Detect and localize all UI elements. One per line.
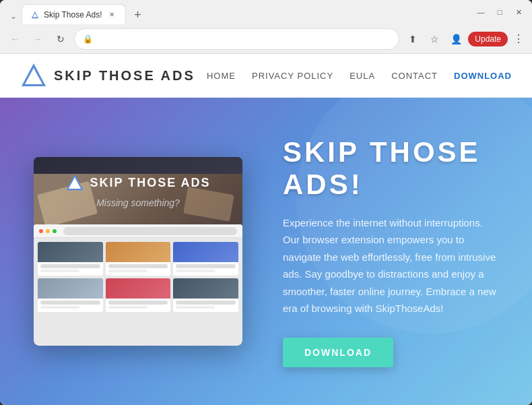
- nav-home[interactable]: Home: [207, 71, 236, 81]
- web-card-text-1: [40, 264, 100, 268]
- navigation-bar: ← → ↻ 🔒 ⬆ ☆ 👤 Update ⋮: [0, 24, 532, 54]
- hero-text: SKIP THOSE ADS! Experience the internet …: [283, 136, 498, 367]
- screenshot-card: SKIP THOSE ADS Missing something?: [34, 157, 242, 346]
- web-url-bar: [63, 227, 237, 235]
- web-card-text-5: [108, 301, 168, 305]
- lock-icon: 🔒: [83, 34, 93, 44]
- refresh-button[interactable]: ↻: [51, 30, 70, 49]
- web-card-5: [106, 278, 171, 312]
- back-button[interactable]: ←: [5, 30, 24, 49]
- website-content: SKIP THOSE ADS Home Privacy Policy EULA …: [0, 54, 532, 405]
- nav-privacy[interactable]: Privacy Policy: [252, 71, 333, 81]
- screenshot-logo-text: SKIP THOSE ADS: [90, 176, 210, 190]
- web-card-text2-5: [108, 306, 147, 309]
- forward-button[interactable]: →: [28, 30, 47, 49]
- logo-text: SKIP THOSE ADS: [54, 68, 195, 84]
- hero-download-button[interactable]: DOWNLOAD: [283, 338, 393, 367]
- web-card-6: [173, 278, 238, 312]
- browser-window: ⌄ Skip Those Ads! ✕ + — □ ✕ ← → ↻: [0, 0, 532, 405]
- hero-description: Experience the internet without interrup…: [283, 214, 498, 317]
- close-button[interactable]: ✕: [510, 4, 527, 20]
- bookmark-button[interactable]: ☆: [425, 30, 444, 49]
- hero-section: SKIP THOSE ADS Missing something?: [0, 98, 532, 405]
- web-card-image-1: [38, 242, 103, 262]
- web-card-2: [106, 242, 171, 276]
- tab-favicon: [30, 10, 40, 20]
- active-tab[interactable]: Skip Those Ads! ✕: [22, 4, 126, 24]
- screenshot-web-mockup: [34, 224, 242, 346]
- web-card-image-3: [173, 242, 238, 262]
- web-card-text2-1: [40, 270, 79, 272]
- address-bar[interactable]: 🔒: [74, 28, 399, 50]
- screenshot-subtitle: Missing something?: [96, 197, 180, 208]
- browser-menu-button[interactable]: ⋮: [510, 31, 527, 47]
- web-card-4: [38, 278, 103, 312]
- site-logo[interactable]: SKIP THOSE ADS: [20, 62, 195, 89]
- web-card-image-5: [106, 278, 171, 299]
- site-header: SKIP THOSE ADS Home Privacy Policy EULA …: [0, 54, 532, 98]
- web-card-text-3: [176, 264, 236, 268]
- web-card-text-4: [40, 301, 100, 305]
- share-button[interactable]: ⬆: [403, 30, 422, 49]
- new-tab-button[interactable]: +: [129, 5, 147, 24]
- title-bar: ⌄ Skip Those Ads! ✕ + — □ ✕: [0, 0, 532, 24]
- update-button[interactable]: Update: [468, 32, 508, 46]
- profile-button[interactable]: 👤: [446, 30, 465, 49]
- site-navigation: Home Privacy Policy EULA Contact DOWNLOA…: [207, 71, 512, 81]
- window-controls: — □ ✕: [473, 4, 527, 20]
- nav-actions: ⬆ ☆ 👤 Update ⋮: [403, 30, 527, 49]
- nav-eula[interactable]: EULA: [350, 71, 375, 81]
- screenshot-overlay: SKIP THOSE ADS Missing something?: [34, 157, 242, 224]
- web-card-text2-6: [176, 306, 215, 309]
- minimize-button[interactable]: —: [473, 4, 489, 20]
- web-dot-green: [53, 229, 57, 233]
- screenshot-logo: SKIP THOSE ADS: [65, 173, 210, 192]
- web-card-text2-3: [176, 270, 215, 272]
- logo-triangle-icon: [20, 62, 47, 89]
- web-card-text2-2: [108, 270, 147, 272]
- tab-close-button[interactable]: ✕: [106, 9, 117, 20]
- web-card-3: [173, 242, 238, 276]
- screenshot-web-bar: [34, 224, 242, 238]
- web-card-image-4: [38, 278, 103, 299]
- web-card-text-6: [176, 301, 236, 305]
- screenshot-logo-icon: [65, 173, 84, 192]
- web-card-text-2: [108, 264, 168, 268]
- nav-contact[interactable]: Contact: [391, 71, 438, 81]
- web-card-text2-4: [40, 306, 79, 309]
- nav-download[interactable]: DOWNLOAD: [454, 71, 512, 81]
- web-content-grid: [34, 238, 242, 316]
- hero-title: SKIP THOSE ADS!: [283, 136, 498, 201]
- tab-title: Skip Those Ads!: [44, 10, 102, 20]
- maximize-button[interactable]: □: [492, 4, 508, 20]
- web-card-1: [38, 242, 103, 276]
- tab-list-chevron[interactable]: ⌄: [5, 8, 22, 24]
- web-card-image-6: [173, 278, 238, 299]
- web-dot-yellow: [46, 229, 50, 233]
- tab-bar: ⌄ Skip Those Ads! ✕ +: [5, 0, 473, 24]
- web-card-image-2: [106, 242, 171, 262]
- web-dot-red: [39, 229, 43, 233]
